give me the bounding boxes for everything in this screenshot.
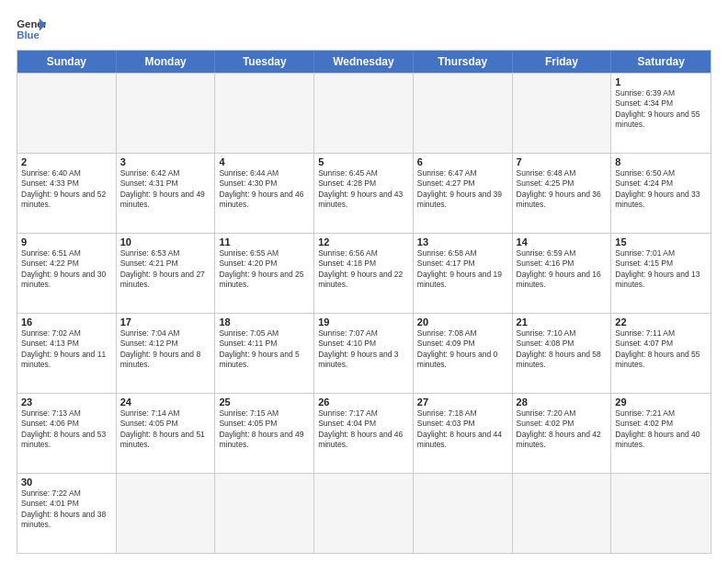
day-info: Sunrise: 6:50 AM Sunset: 4:24 PM Dayligh… <box>615 168 707 211</box>
calendar-cell-4-0: 23Sunrise: 7:13 AM Sunset: 4:06 PM Dayli… <box>17 394 117 473</box>
day-info: Sunrise: 6:53 AM Sunset: 4:21 PM Dayligh… <box>120 248 211 291</box>
calendar-cell-3-5: 21Sunrise: 7:10 AM Sunset: 4:08 PM Dayli… <box>513 314 612 393</box>
day-info: Sunrise: 6:55 AM Sunset: 4:20 PM Dayligh… <box>219 248 310 291</box>
calendar-cell-5-6 <box>611 474 711 553</box>
calendar-cell-5-2 <box>215 474 314 553</box>
day-info: Sunrise: 6:51 AM Sunset: 4:22 PM Dayligh… <box>21 248 112 291</box>
day-info: Sunrise: 7:14 AM Sunset: 4:05 PM Dayligh… <box>120 408 211 451</box>
day-info: Sunrise: 7:13 AM Sunset: 4:06 PM Dayligh… <box>21 408 112 451</box>
calendar-cell-0-2 <box>215 74 314 153</box>
calendar-cell-0-5 <box>513 74 612 153</box>
day-number: 28 <box>517 396 608 408</box>
day-info: Sunrise: 6:47 AM Sunset: 4:27 PM Dayligh… <box>417 168 508 211</box>
day-number: 7 <box>517 156 608 167</box>
day-info: Sunrise: 6:44 AM Sunset: 4:30 PM Dayligh… <box>219 168 310 211</box>
calendar-cell-4-3: 26Sunrise: 7:17 AM Sunset: 4:04 PM Dayli… <box>314 394 414 473</box>
calendar-cell-4-5: 28Sunrise: 7:20 AM Sunset: 4:02 PM Dayli… <box>513 394 612 473</box>
calendar-cell-4-2: 25Sunrise: 7:15 AM Sunset: 4:05 PM Dayli… <box>215 394 314 473</box>
calendar-cell-5-4 <box>414 474 513 553</box>
calendar-cell-1-1: 3Sunrise: 6:42 AM Sunset: 4:31 PM Daylig… <box>117 154 216 233</box>
calendar-cell-4-6: 29Sunrise: 7:21 AM Sunset: 4:02 PM Dayli… <box>611 394 711 473</box>
page: General Blue SundayMondayTuesdayWednesda… <box>0 0 728 563</box>
header-day-tuesday: Tuesday <box>215 51 314 73</box>
day-number: 30 <box>21 477 112 488</box>
day-info: Sunrise: 7:21 AM Sunset: 4:02 PM Dayligh… <box>615 408 707 451</box>
day-info: Sunrise: 7:04 AM Sunset: 4:12 PM Dayligh… <box>120 328 211 371</box>
day-info: Sunrise: 7:18 AM Sunset: 4:03 PM Dayligh… <box>417 408 508 451</box>
calendar-cell-3-0: 16Sunrise: 7:02 AM Sunset: 4:13 PM Dayli… <box>17 314 117 393</box>
calendar-cell-2-2: 11Sunrise: 6:55 AM Sunset: 4:20 PM Dayli… <box>215 234 314 313</box>
svg-text:Blue: Blue <box>17 29 40 40</box>
calendar-cell-4-1: 24Sunrise: 7:14 AM Sunset: 4:05 PM Dayli… <box>117 394 216 473</box>
calendar-row-4: 23Sunrise: 7:13 AM Sunset: 4:06 PM Dayli… <box>17 393 711 473</box>
calendar-cell-4-4: 27Sunrise: 7:18 AM Sunset: 4:03 PM Dayli… <box>414 394 513 473</box>
calendar-cell-2-1: 10Sunrise: 6:53 AM Sunset: 4:21 PM Dayli… <box>117 234 216 313</box>
calendar-cell-2-4: 13Sunrise: 6:58 AM Sunset: 4:17 PM Dayli… <box>414 234 513 313</box>
calendar-cell-1-0: 2Sunrise: 6:40 AM Sunset: 4:33 PM Daylig… <box>17 154 117 233</box>
day-number: 18 <box>219 316 310 327</box>
header-day-wednesday: Wednesday <box>314 51 414 73</box>
day-number: 19 <box>318 316 409 327</box>
day-number: 5 <box>318 156 409 167</box>
day-number: 2 <box>21 156 112 167</box>
calendar-cell-0-1 <box>117 74 216 153</box>
day-info: Sunrise: 6:58 AM Sunset: 4:17 PM Dayligh… <box>417 248 508 291</box>
header-day-monday: Monday <box>117 51 216 73</box>
day-number: 29 <box>615 396 707 408</box>
day-info: Sunrise: 7:11 AM Sunset: 4:07 PM Dayligh… <box>615 328 707 371</box>
day-number: 22 <box>615 316 707 327</box>
day-number: 25 <box>219 396 310 408</box>
header-day-friday: Friday <box>513 51 612 73</box>
day-number: 13 <box>417 236 508 247</box>
day-info: Sunrise: 7:05 AM Sunset: 4:11 PM Dayligh… <box>219 328 310 371</box>
calendar-body: 1Sunrise: 6:39 AM Sunset: 4:34 PM Daylig… <box>17 73 711 553</box>
calendar-cell-0-0 <box>17 74 117 153</box>
day-number: 17 <box>120 316 211 327</box>
day-number: 9 <box>21 236 112 247</box>
day-number: 15 <box>615 236 707 247</box>
calendar-cell-1-5: 7Sunrise: 6:48 AM Sunset: 4:25 PM Daylig… <box>513 154 612 233</box>
calendar-cell-1-2: 4Sunrise: 6:44 AM Sunset: 4:30 PM Daylig… <box>215 154 314 233</box>
day-number: 10 <box>120 236 211 247</box>
day-number: 27 <box>417 396 508 408</box>
day-info: Sunrise: 6:59 AM Sunset: 4:16 PM Dayligh… <box>517 248 608 291</box>
day-number: 1 <box>615 76 707 87</box>
day-number: 4 <box>219 156 310 167</box>
calendar-cell-5-1 <box>117 474 216 553</box>
day-number: 3 <box>120 156 211 167</box>
header: General Blue <box>17 17 711 42</box>
day-info: Sunrise: 7:01 AM Sunset: 4:15 PM Dayligh… <box>615 248 707 291</box>
calendar: SundayMondayTuesdayWednesdayThursdayFrid… <box>17 50 711 554</box>
calendar-cell-5-5 <box>513 474 612 553</box>
day-info: Sunrise: 6:42 AM Sunset: 4:31 PM Dayligh… <box>120 168 211 211</box>
calendar-cell-2-0: 9Sunrise: 6:51 AM Sunset: 4:22 PM Daylig… <box>17 234 117 313</box>
header-day-saturday: Saturday <box>611 51 711 73</box>
day-info: Sunrise: 7:22 AM Sunset: 4:01 PM Dayligh… <box>21 488 112 531</box>
calendar-cell-3-3: 19Sunrise: 7:07 AM Sunset: 4:10 PM Dayli… <box>314 314 414 393</box>
logo: General Blue <box>17 17 46 42</box>
day-number: 20 <box>417 316 508 327</box>
day-number: 16 <box>21 316 112 327</box>
calendar-row-0: 1Sunrise: 6:39 AM Sunset: 4:34 PM Daylig… <box>17 73 711 153</box>
calendar-cell-0-6: 1Sunrise: 6:39 AM Sunset: 4:34 PM Daylig… <box>611 74 711 153</box>
day-info: Sunrise: 6:48 AM Sunset: 4:25 PM Dayligh… <box>517 168 608 211</box>
calendar-row-3: 16Sunrise: 7:02 AM Sunset: 4:13 PM Dayli… <box>17 313 711 393</box>
day-info: Sunrise: 6:40 AM Sunset: 4:33 PM Dayligh… <box>21 168 112 211</box>
day-number: 21 <box>517 316 608 327</box>
day-info: Sunrise: 6:56 AM Sunset: 4:18 PM Dayligh… <box>318 248 409 291</box>
day-info: Sunrise: 7:10 AM Sunset: 4:08 PM Dayligh… <box>517 328 608 371</box>
day-number: 8 <box>615 156 707 167</box>
day-number: 24 <box>120 396 211 408</box>
calendar-cell-2-6: 15Sunrise: 7:01 AM Sunset: 4:15 PM Dayli… <box>611 234 711 313</box>
day-info: Sunrise: 7:02 AM Sunset: 4:13 PM Dayligh… <box>21 328 112 371</box>
day-info: Sunrise: 7:20 AM Sunset: 4:02 PM Dayligh… <box>517 408 608 451</box>
calendar-cell-5-3 <box>314 474 414 553</box>
generalblue-logo-icon: General Blue <box>17 17 46 42</box>
calendar-cell-0-4 <box>414 74 513 153</box>
day-info: Sunrise: 7:15 AM Sunset: 4:05 PM Dayligh… <box>219 408 310 451</box>
day-number: 6 <box>417 156 508 167</box>
header-day-sunday: Sunday <box>17 51 117 73</box>
calendar-header: SundayMondayTuesdayWednesdayThursdayFrid… <box>17 51 711 73</box>
day-info: Sunrise: 6:39 AM Sunset: 4:34 PM Dayligh… <box>615 88 707 131</box>
calendar-cell-2-5: 14Sunrise: 6:59 AM Sunset: 4:16 PM Dayli… <box>513 234 612 313</box>
